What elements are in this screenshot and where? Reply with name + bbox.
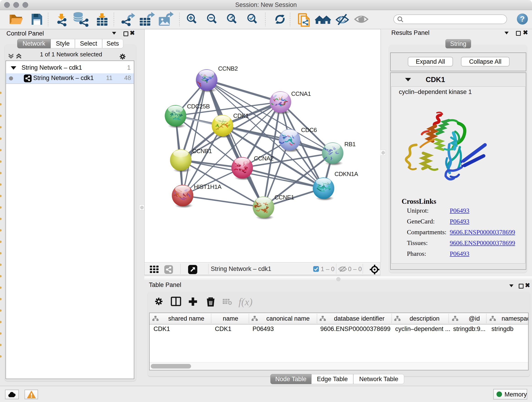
svg-text:CCNA2: CCNA2: [254, 155, 273, 162]
svg-text:CCNB2: CCNB2: [218, 65, 238, 72]
svg-text:RB1: RB1: [344, 141, 355, 148]
svg-text:CDKN1A: CDKN1A: [335, 171, 358, 177]
svg-text:CDC25B: CDC25B: [187, 103, 210, 110]
svg-text:CDK1: CDK1: [233, 112, 249, 119]
svg-text:HIST1H1A: HIST1H1A: [194, 183, 222, 190]
svg-text:CDC6: CDC6: [301, 127, 317, 133]
svg-text:CCNE1: CCNE1: [274, 194, 294, 201]
svg-text:CCNB1: CCNB1: [192, 148, 212, 154]
svg-text:CCNA1: CCNA1: [291, 90, 311, 97]
svg-text:f(x): f(x): [239, 296, 253, 307]
